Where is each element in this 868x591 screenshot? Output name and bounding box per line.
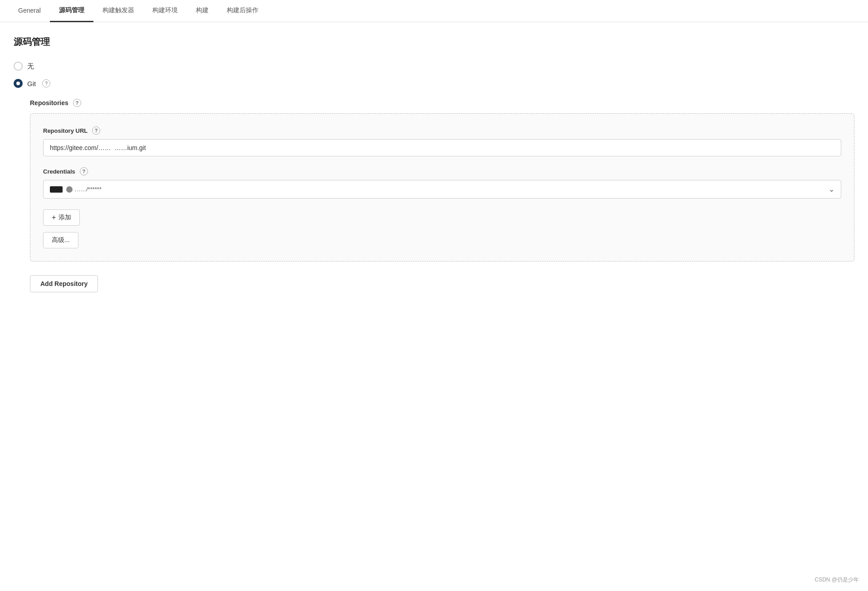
repositories-label-row: Repositories ?	[30, 99, 854, 107]
watermark: CSDN @仍是少年	[814, 576, 859, 584]
tab-build-env[interactable]: 构建环境	[143, 0, 187, 22]
credentials-label-row: Credentials ?	[43, 167, 841, 175]
card-action-buttons: + 添加 高级...	[43, 209, 841, 248]
add-repository-label: Add Repository	[40, 280, 88, 287]
plus-icon: +	[52, 213, 56, 222]
radio-group: 无 Git ?	[14, 62, 854, 88]
credentials-key-icon	[50, 186, 63, 193]
tab-build-trigger[interactable]: 构建触发器	[93, 0, 143, 22]
repository-card: Repository URL ? Credentials ?	[30, 113, 854, 262]
credentials-label-text: Credentials	[43, 168, 75, 175]
add-repository-button[interactable]: Add Repository	[30, 275, 98, 292]
add-button-label: 添加	[59, 213, 71, 222]
repositories-help-badge[interactable]: ?	[73, 99, 81, 107]
repository-url-label-row: Repository URL ?	[43, 126, 841, 135]
repositories-label-text: Repositories	[30, 99, 68, 107]
credentials-section: Credentials ? ……/****** ⌄	[43, 167, 841, 199]
url-help-badge[interactable]: ?	[92, 126, 100, 135]
git-help-badge[interactable]: ?	[42, 79, 50, 87]
add-button[interactable]: + 添加	[43, 209, 80, 226]
tab-general[interactable]: General	[9, 0, 50, 22]
advanced-button[interactable]: 高级...	[43, 232, 78, 248]
credentials-help-badge[interactable]: ?	[80, 167, 88, 175]
section-title: 源码管理	[14, 36, 854, 48]
chevron-down-icon: ⌄	[829, 185, 834, 194]
tab-source-control[interactable]: 源码管理	[50, 0, 93, 22]
advanced-button-label: 高级...	[52, 236, 70, 244]
credentials-user-icon	[66, 186, 73, 193]
radio-none-label: 无	[27, 62, 34, 71]
tab-post-build[interactable]: 构建后操作	[218, 0, 268, 22]
repository-url-label: Repository URL	[43, 127, 88, 134]
radio-git[interactable]: Git ?	[14, 79, 854, 88]
main-content: 源码管理 无 Git ? Repositories ?	[0, 22, 868, 306]
radio-none-circle	[14, 62, 23, 71]
repositories-section: Repositories ? Repository URL ? Credenti…	[30, 99, 854, 292]
tab-build[interactable]: 构建	[187, 0, 218, 22]
credentials-left: ……/******	[50, 186, 102, 193]
radio-git-circle	[14, 79, 23, 88]
credentials-value-text: ……/******	[66, 186, 102, 193]
radio-none[interactable]: 无	[14, 62, 854, 71]
repository-url-input[interactable]	[43, 139, 841, 156]
tabs-bar: General 源码管理 构建触发器 构建环境 构建 构建后操作	[0, 0, 868, 22]
radio-git-label: Git	[27, 80, 36, 87]
credentials-dropdown[interactable]: ……/****** ⌄	[43, 180, 841, 199]
repository-url-section: Repository URL ?	[43, 126, 841, 156]
credentials-text-value: ……/******	[74, 186, 102, 193]
